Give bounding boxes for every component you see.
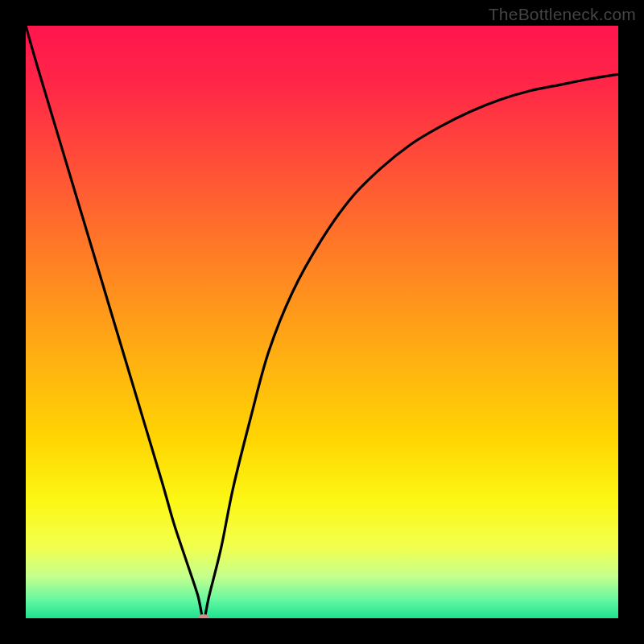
plot-area [26, 26, 618, 618]
chart-frame: TheBottleneck.com [0, 0, 644, 644]
bottleneck-curve [26, 26, 618, 618]
minimum-marker [198, 614, 209, 618]
curve-layer [26, 26, 618, 618]
watermark-text: TheBottleneck.com [489, 5, 636, 24]
